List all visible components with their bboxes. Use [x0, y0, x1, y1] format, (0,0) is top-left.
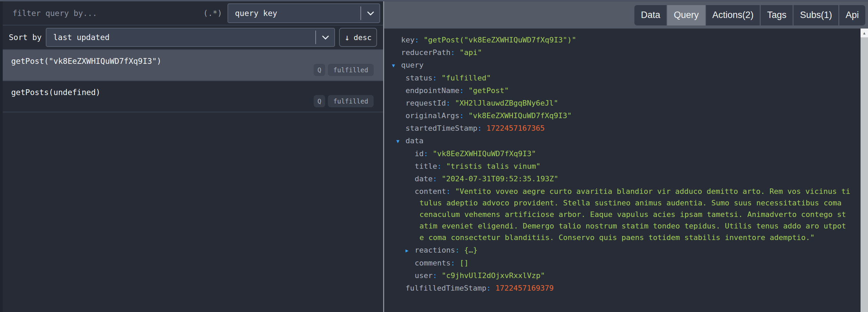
query-badges: Qfulfilled [314, 95, 374, 107]
tree-row-requestId: requestId: "XH2lJlauwdZBgqBNy6eJl" [384, 97, 861, 109]
tree-expand-icon[interactable]: ▶ [406, 245, 415, 256]
query-list: getPost("vk8EeZXWHIQuWD7fXq9I3")Qfulfill… [3, 50, 383, 112]
tree-value: {…} [464, 246, 478, 254]
tree-colon: : [477, 124, 487, 132]
tree-colon: : [451, 259, 460, 267]
select-divider [360, 6, 361, 20]
filter-query-input[interactable]: filter query by... [13, 1, 201, 25]
tree-row-reducerPath: reducerPath: "api" [384, 47, 861, 58]
tree-row-content: content: "Ventito voveo aegre curto avar… [384, 186, 850, 243]
tab-api[interactable]: Api [839, 5, 865, 25]
tree-collapse-icon[interactable]: ▼ [392, 60, 401, 71]
tree-row-status: status: "fulfilled" [384, 72, 861, 84]
query-list-item[interactable]: getPosts(undefined)Qfulfilled [3, 81, 383, 112]
tree-key: requestId [406, 99, 446, 107]
tree-value: 1722457169379 [495, 284, 554, 292]
tree-key: fulfilledTimeStamp [406, 284, 486, 292]
tree-colon: : [446, 99, 455, 107]
tree-key: user [415, 271, 433, 280]
tree-key: title [415, 162, 437, 170]
tree-colon: : [433, 175, 442, 183]
query-key-label: getPost("vk8EeZXWHIQuWD7fXq9I3") [3, 50, 383, 66]
query-status-badge: fulfilled [328, 95, 374, 107]
detail-tab-bar: DataQueryActions(2)TagsSubs(1)Api [384, 1, 868, 29]
tree-key: originalArgs [406, 111, 459, 120]
tree-row-startedTimeStamp: startedTimeStamp: 1722457167365 [384, 123, 861, 134]
tree-colon: : [455, 246, 464, 254]
query-list-panel: filter query by... (.*) query key Sort b… [0, 1, 383, 312]
tree-value: "api" [459, 48, 482, 57]
tree-colon: : [459, 86, 469, 95]
tree-key: data [406, 136, 423, 145]
query-detail-tree: key: "getPost("vk8EeZXWHIQuWD7fXq9I3")"r… [384, 29, 861, 312]
tree-colon: : [433, 271, 442, 280]
tree-row-date: date: "2024-07-31T09:52:35.193Z" [384, 173, 861, 185]
tree-colon: : [424, 149, 433, 158]
scroll-up-button[interactable]: ▲ [861, 29, 868, 37]
tree-key: comments [415, 259, 451, 267]
tree-value: "Ventito voveo aegre curto avaritia blan… [419, 187, 850, 242]
scrollbar-thumb[interactable] [861, 37, 868, 312]
sort-direction-button[interactable]: ↓ desc [339, 28, 377, 47]
tree-value: "tristis talis vinum" [446, 162, 540, 170]
tree-key: endpointName [406, 86, 459, 95]
vertical-scrollbar[interactable]: ▲ [861, 29, 868, 312]
regex-toggle[interactable]: (.*) [203, 9, 222, 18]
tab-subs1[interactable]: Subs(1) [793, 5, 839, 25]
query-type-badge: Q [314, 64, 325, 76]
tree-key: reducerPath [401, 48, 451, 57]
tree-value: "vk8EeZXWHIQuWD7fXq9I3" [468, 111, 572, 120]
tree-row-comments: comments: [] [384, 257, 861, 269]
tree-row-originalArgs: originalArgs: "vk8EeZXWHIQuWD7fXq9I3" [384, 110, 861, 122]
tree-row-user: user: "c9jhvUlI2dOjxvRxxlVzp" [384, 270, 861, 281]
select-divider [315, 31, 316, 44]
tab-bar: DataQueryActions(2)TagsSubs(1)Api [634, 5, 865, 25]
tree-value: "c9jhvUlI2dOjxvRxxlVzp" [441, 271, 545, 280]
tree-value: "getPost("vk8EeZXWHIQuWD7fXq9I3")" [423, 36, 576, 44]
tree-key: key [401, 36, 415, 44]
query-type-badge: Q [314, 95, 325, 107]
tree-colon: : [486, 284, 495, 292]
tree-value: "XH2lJlauwdZBgqBNy6eJl" [455, 99, 558, 107]
tab-tags[interactable]: Tags [760, 5, 793, 25]
chevron-down-icon [362, 8, 379, 18]
tree-colon: : [415, 36, 424, 44]
tree-key: id [415, 149, 424, 158]
sort-bar: Sort by last updated ↓ desc [3, 25, 383, 50]
filter-query-placeholder: filter query by... [13, 9, 97, 18]
tree-row-data[interactable]: ▼data [384, 135, 861, 147]
tree-key: query [401, 61, 423, 69]
tree-row-query[interactable]: ▼query [384, 59, 861, 71]
sort-by-label: Sort by [9, 33, 42, 42]
query-detail-panel: DataQueryActions(2)TagsSubs(1)Api key: "… [384, 1, 868, 312]
tree-value: 1722457167365 [486, 124, 545, 132]
tree-row-id: id: "vk8EeZXWHIQuWD7fXq9I3" [384, 148, 861, 160]
tree-colon: : [451, 48, 460, 57]
sort-by-select[interactable]: last updated [46, 28, 335, 47]
tree-key: content [415, 187, 446, 196]
tab-data[interactable]: Data [634, 5, 667, 25]
tab-query[interactable]: Query [667, 5, 705, 25]
sort-direction-label: desc [354, 33, 372, 42]
tree-row-endpointName: endpointName: "getPost" [384, 85, 861, 96]
query-list-item[interactable]: getPost("vk8EeZXWHIQuWD7fXq9I3")Qfulfill… [3, 50, 383, 81]
filter-bar: filter query by... (.*) query key [3, 1, 383, 25]
tree-key: reactions [415, 246, 455, 254]
tree-colon: : [459, 111, 469, 120]
tab-actions2[interactable]: Actions(2) [705, 5, 760, 25]
query-badges: Qfulfilled [314, 64, 374, 76]
arrow-down-icon: ↓ [344, 33, 350, 42]
filter-by-select[interactable]: query key [228, 3, 380, 23]
tree-value: [] [459, 259, 469, 267]
tree-key: status [406, 74, 432, 82]
tree-value: "fulfilled" [441, 74, 491, 82]
tree-row-reactions[interactable]: ▶reactions: {…} [384, 244, 861, 256]
rtk-query-devtools: filter query by... (.*) query key Sort b… [0, 0, 868, 312]
tree-collapse-icon[interactable]: ▼ [396, 135, 406, 147]
tree-colon: : [437, 162, 446, 170]
tree-colon: : [432, 74, 441, 82]
sort-by-select-value: last updated [46, 33, 315, 42]
tree-value: "2024-07-31T09:52:35.193Z" [441, 175, 558, 183]
tree-key: startedTimeStamp [406, 124, 477, 132]
chevron-down-icon [317, 33, 334, 42]
